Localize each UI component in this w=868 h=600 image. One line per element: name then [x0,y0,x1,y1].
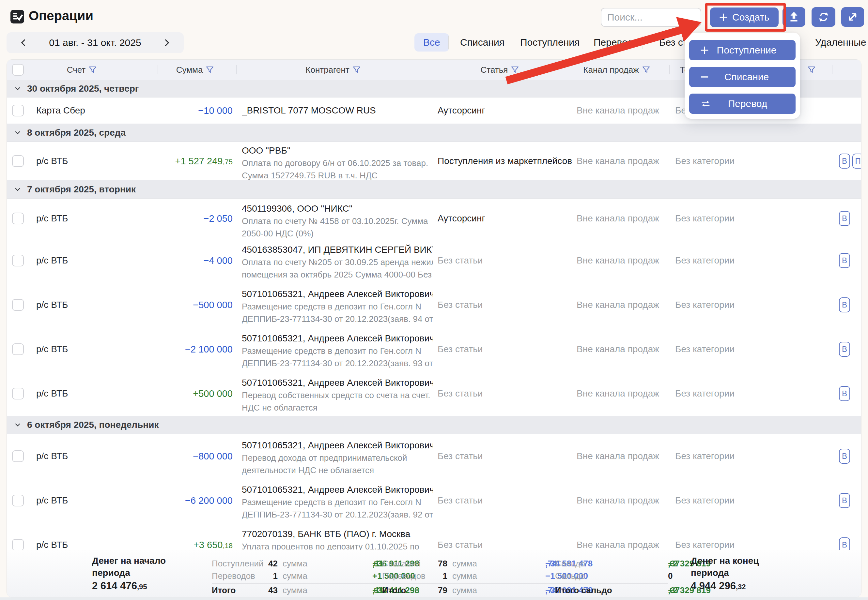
status-badge[interactable]: В [839,211,850,226]
channel-cell: Вне канала продаж [577,105,671,116]
operation-description: помещения за октябрь 2025 Сумма 4000-00 … [242,268,433,281]
row-checkbox[interactable] [12,299,24,311]
column-divider [669,65,670,74]
funnel-icon[interactable] [807,65,816,74]
status-badge[interactable]: В [839,386,850,401]
refresh-button[interactable] [812,7,835,27]
operation-description: Размещение средств в депозит по Ген.согл… [242,345,433,357]
operations-table: Счет Сумма Контрагент Статья Канал прода… [6,59,862,597]
operation-description: деятельности НДС не облагается [242,464,433,476]
operation-description: Перевод дохода от предпринимательской [242,452,433,464]
period-picker[interactable]: 01 авг. - 31 окт. 2025 [6,32,184,53]
status-badge[interactable]: В [839,253,850,268]
row-badges: В [839,253,850,268]
table-row[interactable]: р/с ВТБ +1 527 249,75 ООО "РВБ" Оплата п… [7,142,861,181]
counterparty-cell: 507101065321, Андреев Алексей Викторович… [242,377,433,414]
counterparty-cell: ООО "РВБ" Оплата по договору б/н от 06.1… [242,144,433,182]
chevron-right-icon[interactable] [162,38,171,47]
tab-transfers[interactable]: Переводы [594,33,640,52]
account-cell: р/с ВТБ [36,156,68,166]
account-cell: р/с ВТБ [36,495,68,506]
tab-deleted[interactable]: Удаленные [815,33,866,52]
article-cell: Аутсорсинг [438,213,575,224]
article-cell: Без статьи [438,300,575,310]
group-date: 30 октября 2025, четверг [27,83,139,94]
funnel-icon[interactable] [353,65,361,74]
account-cell: р/с ВТБ [36,451,68,461]
row-checkbox[interactable] [12,388,24,400]
menu-item-income[interactable]: Поступление [689,40,795,60]
transfer-icon [700,99,711,108]
funnel-icon[interactable] [88,65,97,74]
article-cell: Без статьи [438,451,575,461]
column-header-counterparty: Контрагент [306,65,349,75]
tab-expenses[interactable]: Списания [460,33,505,52]
funnel-icon[interactable] [205,65,214,74]
group-header[interactable]: 8 октября 2025, среда [7,124,861,142]
row-badges: В [839,342,850,357]
table-row[interactable]: р/с ВТБ +500 000 507101065321, Андреев А… [7,371,861,416]
search-input[interactable] [601,8,701,27]
group-header[interactable]: 6 октября 2025, понедельник [7,416,861,434]
row-checkbox[interactable] [12,450,24,462]
menu-item-label: Перевод [711,98,795,109]
table-row[interactable]: р/с ВТБ −2 050 4501199306, ООО "НИКС" Оп… [7,198,861,239]
status-badge[interactable]: В [839,449,850,464]
table-row[interactable]: р/с ВТБ −800 000 507101065321, Андреев А… [7,434,861,479]
tab-incomes[interactable]: Поступления [520,33,579,52]
group-date: 8 октября 2025, среда [27,127,126,138]
account-cell: р/с ВТБ [36,255,68,266]
channel-cell: Вне канала продаж [577,213,671,224]
operations-page: Операции 01 авг. - 31 окт. 2025 Создать [0,0,868,600]
table-row[interactable]: р/с ВТБ −500 000 507101065321, Андреев А… [7,283,861,327]
row-checkbox[interactable] [12,255,24,267]
row-badges: В [839,386,850,401]
tab-no-article[interactable]: Без ст [659,33,687,52]
row-badges: В П [839,154,862,168]
amount-cell: −4 000 [135,255,233,266]
row-checkbox[interactable] [12,343,24,355]
operation-description: Оплата по счету №205 от 30.09.25 аренда … [242,256,433,268]
period-label[interactable]: 01 авг. - 31 окт. 2025 [6,32,184,53]
amount-cell: −800 000 [135,451,233,462]
counterparty-name: 507101065321, Андреев Алексей Викторович [242,288,433,300]
article-cell: Поступления из маркетплейсов [438,156,575,166]
channel-cell: Вне канала продаж [577,495,671,506]
tab-all[interactable]: Все [414,33,449,52]
operation-description: Размещение средств в депозит по Ген.согл… [242,496,433,508]
select-all-checkbox[interactable] [12,64,24,76]
row-checkbox[interactable] [12,105,24,117]
row-checkbox[interactable] [12,155,24,167]
table-row[interactable]: р/с ВТБ −2 100 000 507101065321, Андреев… [7,327,861,372]
row-checkbox[interactable] [12,213,24,224]
menu-item-transfer[interactable]: Перевод [689,94,795,114]
menu-item-expense[interactable]: Списание [689,67,795,87]
account-cell: Карта Сбер [36,105,85,116]
amount-cell: −2 100 000 [135,344,233,355]
funnel-icon[interactable] [511,65,519,74]
row-checkbox[interactable] [12,495,24,506]
category-cell: Без категории [675,344,770,355]
table-row[interactable]: р/с ВТБ −6 200 000 507101065321, Андреев… [7,478,861,523]
status-badge[interactable]: П [852,154,862,168]
status-badge[interactable]: В [839,154,850,168]
amount-cell: +1 527 249,75 [135,156,233,167]
channel-cell: Вне канала продаж [577,344,671,355]
expand-button[interactable] [841,7,864,27]
status-badge[interactable]: В [839,493,850,508]
page-title: Операции [29,9,93,23]
table-row[interactable]: р/с ВТБ −4 000 450163853047, ИП ДЕВЯТКИН… [7,238,861,283]
counterparty-name: 7702070139, БАНК ВТБ (ПАО) г. Москва [242,528,433,540]
status-badge[interactable]: В [839,297,850,312]
column-header-article: Статья [481,65,508,75]
chevron-down-icon [14,186,21,193]
article-cell: Аутсорсинг [438,105,575,116]
status-badge[interactable]: В [839,342,850,357]
account-cell: р/с ВТБ [36,300,68,310]
article-cell: Без статьи [438,495,575,506]
operation-description: ДЕППИБ-23-771134-30 от 20.12.2023(заяв. … [242,357,433,370]
row-checkbox[interactable] [12,539,24,551]
group-header[interactable]: 7 октября 2025, вторник [7,180,861,198]
funnel-icon[interactable] [642,65,651,74]
operation-description: НДС не облагается [242,402,433,414]
